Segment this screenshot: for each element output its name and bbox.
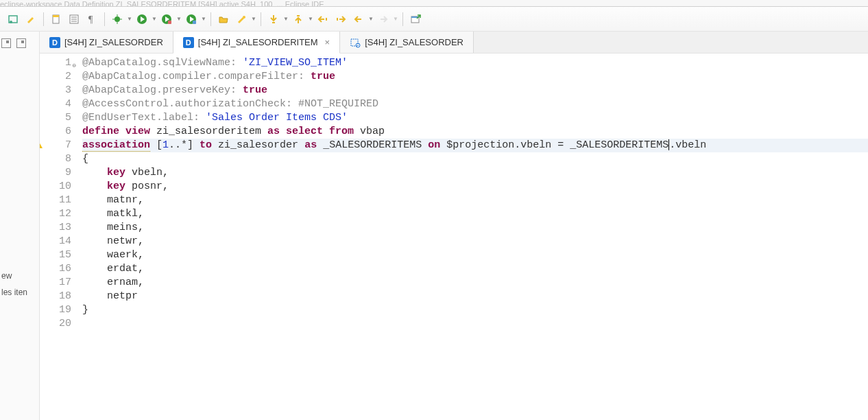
- code-token: matnr,: [82, 194, 144, 206]
- code-line[interactable]: @AbapCatalog.compiler.compareFilter: tru…: [82, 70, 868, 84]
- code-token: [82, 167, 107, 178]
- sidebar-fragment: [0, 54, 39, 70]
- tab-label: [S4H] ZI_SALESORDER: [365, 37, 463, 47]
- sidebar-fragment: [0, 301, 39, 317]
- code-line[interactable]: matnr,: [82, 194, 868, 207]
- close-icon[interactable]: ×: [322, 37, 330, 47]
- line-number: 10: [40, 180, 71, 194]
- code-editor[interactable]: 1⊖234567891011121314151617181920 @AbapCa…: [40, 54, 868, 420]
- line-number: 5: [40, 111, 71, 125]
- highlight-icon[interactable]: [23, 12, 38, 27]
- back-icon[interactable]: [351, 12, 366, 27]
- line-number: 19: [40, 303, 71, 317]
- toolbar-separator: [104, 12, 105, 26]
- code-line[interactable]: key vbeln,: [82, 166, 868, 180]
- step-into-icon[interactable]: [266, 12, 281, 27]
- line-number: 1⊖: [40, 56, 71, 70]
- code-line[interactable]: matkl,: [82, 207, 868, 221]
- code-line[interactable]: {: [82, 152, 868, 166]
- code-line[interactable]: erdat,: [82, 262, 868, 276]
- dropdown-icon[interactable]: ▼: [392, 16, 399, 22]
- step-forward-icon[interactable]: [333, 12, 348, 27]
- sidebar-fragment: [0, 383, 39, 399]
- tab-label: [S4H] ZI_SALESORDER: [64, 37, 163, 47]
- run-icon[interactable]: [134, 12, 149, 27]
- code-token: key: [107, 180, 125, 192]
- code-token: zi_salesorderitem: [150, 126, 267, 137]
- debug-icon[interactable]: [110, 12, 125, 27]
- code-token: matkl,: [82, 208, 144, 220]
- run-coverage-icon[interactable]: [184, 12, 199, 27]
- new-window-icon[interactable]: [408, 12, 423, 27]
- code-line[interactable]: key posnr,: [82, 180, 868, 194]
- step-return-icon[interactable]: [315, 12, 330, 27]
- svg-rect-22: [326, 18, 327, 21]
- sidebar-fragment: [0, 103, 39, 119]
- code-line[interactable]: [82, 317, 868, 331]
- line-number: 15: [40, 248, 71, 262]
- step-over-icon[interactable]: [291, 12, 306, 27]
- sidebar-fragment: [0, 334, 39, 350]
- editor-tab[interactable]: D[S4H] ZI_SALESORDER: [40, 32, 173, 53]
- dropdown-icon[interactable]: ▼: [126, 16, 133, 22]
- minimize-view-icon[interactable]: [1, 38, 11, 48]
- line-gutter: 1⊖234567891011121314151617181920: [40, 54, 77, 420]
- code-token: 'Sales Order Items CDS': [206, 112, 348, 124]
- line-number: 13: [40, 221, 71, 235]
- fold-icon[interactable]: ⊖: [69, 59, 76, 66]
- code-token: ernam,: [82, 277, 144, 288]
- code-token: _SALESORDERITEMS: [317, 139, 428, 151]
- code-line[interactable]: ernam,: [82, 276, 868, 290]
- code-token: meins,: [82, 222, 144, 233]
- code-line[interactable]: @AbapCatalog.preserveKey: true: [82, 84, 868, 97]
- code-token: waerk,: [82, 249, 144, 261]
- code-line[interactable]: association [1..*] to zi_salesorder as _…: [82, 139, 868, 152]
- code-token: posnr,: [125, 180, 169, 192]
- code-line[interactable]: @AccessControl.authorizationCheck: #NOT_…: [82, 97, 868, 111]
- tab-label: [S4H] ZI_SALESORDERITEM: [198, 37, 318, 47]
- code-line[interactable]: netpr: [82, 290, 868, 303]
- code-line[interactable]: @AbapCatalog.sqlViewName: 'ZI_VIEW_SO_IT…: [82, 56, 868, 70]
- data-definition-icon: D: [183, 37, 194, 48]
- code-token: as select from: [267, 126, 354, 137]
- warning-icon[interactable]: [40, 141, 43, 148]
- maximize-view-icon[interactable]: [16, 38, 26, 48]
- wand-icon[interactable]: [234, 12, 249, 27]
- sidebar-fragment: [0, 399, 39, 416]
- line-number: 9: [40, 166, 71, 180]
- code-line[interactable]: waerk,: [82, 248, 868, 262]
- sidebar-fragment: ew: [0, 268, 39, 284]
- dropdown-icon[interactable]: ▼: [282, 16, 289, 22]
- dropdown-icon[interactable]: ▼: [176, 16, 182, 22]
- code-line[interactable]: meins,: [82, 221, 868, 235]
- code-token: [82, 180, 107, 192]
- run-ext-icon[interactable]: [159, 12, 174, 27]
- code-line[interactable]: @EndUserText.label: 'Sales Order Items C…: [82, 111, 868, 125]
- debug-perspective-icon[interactable]: [5, 12, 21, 27]
- code-token: [: [150, 139, 162, 151]
- code-line[interactable]: define view zi_salesorderitem as select …: [82, 125, 868, 139]
- sidebar-fragment: [0, 317, 39, 334]
- svg-point-9: [114, 16, 120, 22]
- editor-tab[interactable]: D[S4H] ZI_SALESORDERITEM×: [173, 32, 340, 54]
- open-icon[interactable]: [216, 12, 231, 27]
- code-token: association: [82, 139, 150, 152]
- code-line[interactable]: netwr,: [82, 235, 868, 248]
- line-number: 3: [40, 84, 71, 97]
- code-line[interactable]: }: [82, 303, 868, 317]
- forward-icon[interactable]: [376, 12, 391, 27]
- new-icon[interactable]: [49, 12, 64, 27]
- dropdown-icon[interactable]: ▼: [151, 16, 158, 22]
- properties-icon[interactable]: [67, 12, 82, 27]
- code-token: @AbapCatalog.compiler.compareFilter:: [82, 71, 311, 82]
- dropdown-icon[interactable]: ▼: [307, 16, 314, 22]
- dropdown-icon[interactable]: ▼: [200, 16, 207, 22]
- paragraph-icon[interactable]: ¶: [84, 12, 99, 27]
- sidebar-fragment: [0, 185, 39, 202]
- code-content[interactable]: @AbapCatalog.sqlViewName: 'ZI_VIEW_SO_IT…: [77, 54, 868, 420]
- editor-tab[interactable]: [S4H] ZI_SALESORDER: [340, 32, 474, 53]
- code-token: }: [82, 304, 88, 316]
- dropdown-icon[interactable]: ▼: [250, 16, 257, 22]
- data-definition-icon: D: [49, 37, 60, 48]
- dropdown-icon[interactable]: ▼: [367, 16, 374, 22]
